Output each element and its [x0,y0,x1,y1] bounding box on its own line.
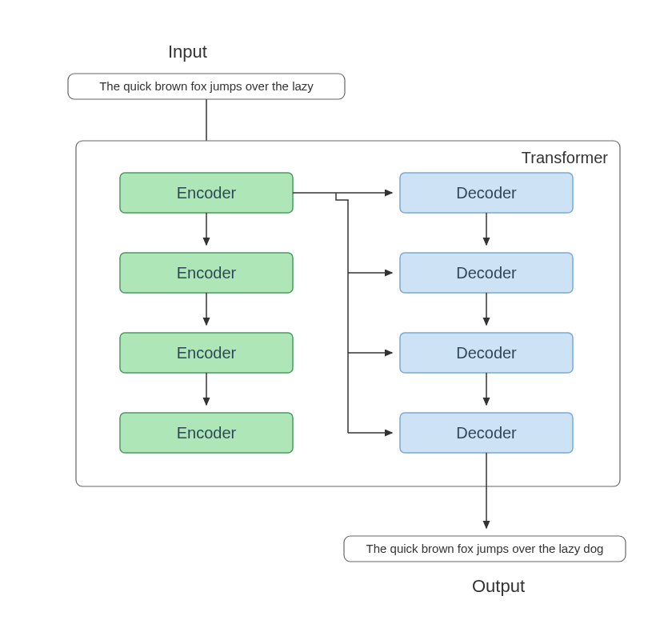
output-title: Output [472,576,525,596]
transformer-label: Transformer [522,149,609,166]
decoder-4-label: Decoder [456,424,517,442]
encoder-3-label: Encoder [177,344,237,362]
encoder-4-label: Encoder [177,424,237,442]
input-text: The quick brown fox jumps over the lazy [99,79,314,93]
output-text: The quick brown fox jumps over the lazy … [366,542,604,555]
transformer-diagram: Input The quick brown fox jumps over the… [0,0,672,640]
encoder-1-label: Encoder [177,184,237,202]
decoder-3-label: Decoder [456,344,517,362]
input-title: Input [168,42,207,62]
encoder-2-label: Encoder [177,264,237,282]
decoder-2-label: Decoder [456,264,517,282]
decoder-1-label: Decoder [456,184,517,202]
